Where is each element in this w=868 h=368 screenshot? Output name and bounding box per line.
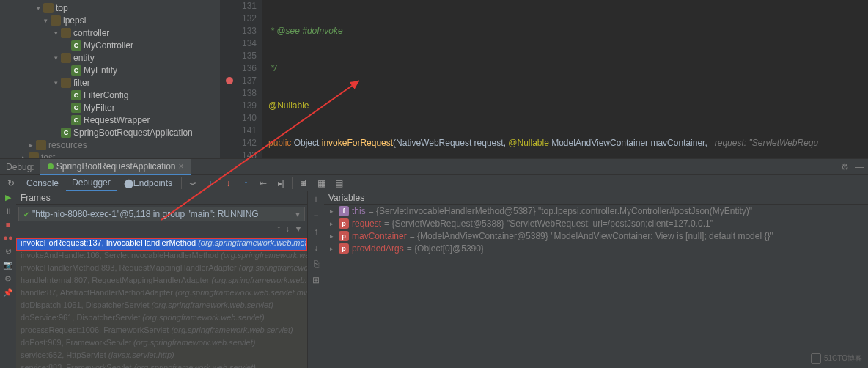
line-number[interactable]: 131 <box>220 0 257 12</box>
chevron-icon: ▸ <box>330 232 336 240</box>
panel-settings[interactable]: ⚙— <box>841 162 864 172</box>
file-icon <box>43 3 54 13</box>
variable-row[interactable]: ▸prequest= {ServletWebRequest@5388} "Ser… <box>324 217 868 229</box>
file-icon: C <box>61 128 71 138</box>
tree-item[interactable]: ▾controller <box>0 26 220 39</box>
stack-frame[interactable]: doPost:909, FrameworkServlet (org.spring… <box>16 338 307 350</box>
step-over-button[interactable]: ⤻ <box>185 176 201 191</box>
view-breakpoints-button[interactable]: ●● <box>3 233 12 242</box>
filter-frames-button[interactable]: ▼ <box>294 224 303 238</box>
stack-frame[interactable]: invokeAndHandle:106, ServletInvocableHan… <box>16 251 307 263</box>
stop-button[interactable]: ■ <box>6 220 11 229</box>
code-area[interactable]: * @see #doInvoke */ @Nullable public Obj… <box>262 0 868 158</box>
console-tab[interactable]: Console <box>21 175 65 191</box>
pin-button[interactable]: 📌 <box>3 288 13 298</box>
pause-button[interactable]: ⏸ <box>4 207 12 216</box>
line-number[interactable]: 143 <box>220 150 257 162</box>
drop-frame-button[interactable]: ⇤ <box>255 176 271 191</box>
var-value: = {ModelAndViewContainer@5389} "ModelAnd… <box>410 231 773 241</box>
tree-label: filter <box>73 78 90 88</box>
running-icon <box>48 163 54 169</box>
tree-item[interactable]: ▸test <box>0 151 220 158</box>
tree-label: test <box>41 152 55 159</box>
tree-label: controller <box>73 28 109 38</box>
editor[interactable]: 131132133134135136137138139140141142143 … <box>220 0 868 158</box>
file-icon <box>29 152 39 159</box>
add-watch-button[interactable]: + <box>313 194 318 205</box>
resume-button[interactable]: ▶ <box>5 193 11 202</box>
copy-button[interactable]: ⎘ <box>314 259 319 269</box>
line-number[interactable]: 141 <box>220 125 257 137</box>
tree-item[interactable]: ▾lpepsi <box>0 14 220 26</box>
tree-label: lpepsi <box>63 15 86 26</box>
chevron-icon: ▾ <box>43 17 48 24</box>
project-tree[interactable]: ▾top▾lpepsi▾controllerCMyController▾enti… <box>0 0 220 158</box>
close-icon[interactable]: × <box>178 161 183 172</box>
prev-frame-button[interactable]: ↑ <box>276 224 281 238</box>
stack-frame[interactable]: service:883, FrameworkServlet (org.sprin… <box>16 363 307 368</box>
evaluate-button[interactable]: 🖩 <box>295 176 312 191</box>
variable-row[interactable]: ▸fthis= {ServletInvocableHandlerMethod@5… <box>324 205 868 217</box>
run-config-tab[interactable]: SpringBootRequestApplication× <box>40 159 191 175</box>
tree-item[interactable]: CMyFilter <box>0 101 220 114</box>
endpoints-tab[interactable]: ⬤ Endpoints <box>118 175 178 191</box>
line-number[interactable]: 140 <box>220 112 257 125</box>
trace-button[interactable]: ▦ <box>313 176 329 191</box>
chevron-icon: ▸ <box>330 245 336 252</box>
line-number[interactable]: 136 <box>220 62 257 75</box>
var-value: = {ServletInvocableHandlerMethod@5387} "… <box>369 206 752 216</box>
tree-item[interactable]: ▸resources <box>0 139 220 151</box>
force-step-into-button[interactable]: ↓ <box>220 176 236 191</box>
down-button[interactable]: ↓ <box>314 243 318 253</box>
gutter: 131132133134135136137138139140141142143 <box>220 0 262 158</box>
line-number[interactable]: 132 <box>220 12 257 25</box>
line-number[interactable]: 139 <box>220 100 257 112</box>
step-out-button[interactable]: ↑ <box>238 176 254 191</box>
line-number[interactable]: 142 <box>220 137 257 150</box>
file-icon: C <box>71 103 81 113</box>
settings-button[interactable]: ⚙ <box>4 274 12 284</box>
thread-dump-button[interactable]: 📷 <box>3 260 13 270</box>
line-number[interactable]: 135 <box>220 50 257 62</box>
line-number[interactable]: 134 <box>220 37 257 50</box>
tree-item[interactable]: ▾filter <box>0 76 220 89</box>
stack-frame[interactable]: service:652, HttpServlet (javax.servlet.… <box>16 350 307 363</box>
stack-frame[interactable]: invokeHandlerMethod:893, RequestMappingH… <box>16 263 307 276</box>
gear-icon[interactable]: ⚙ <box>841 162 849 172</box>
up-button[interactable]: ↑ <box>314 227 318 237</box>
stack-frame[interactable]: doDispatch:1061, DispatcherServlet (org.… <box>16 301 307 313</box>
step-into-button[interactable]: ↓ <box>202 176 218 191</box>
more-button[interactable]: ▤ <box>331 176 347 191</box>
line-number[interactable]: 133 <box>220 25 257 37</box>
thread-selector[interactable]: "http-nio-8080-exec-1"@5,118 in group "m… <box>18 207 305 221</box>
tree-item[interactable]: CRequestWrapper <box>0 114 220 126</box>
stack-frame[interactable]: handle:87, AbstractHandlerMethodAdapter … <box>16 288 307 301</box>
tree-item[interactable]: CSpringBootRequestApplication <box>0 126 220 139</box>
tree-item[interactable]: CMyEntity <box>0 64 220 76</box>
debug-body: ▶ ⏸ ■ ●● ⊘ 📷 ⚙ 📌 Frames "http-nio-8080-e… <box>0 191 868 368</box>
run-to-cursor-button[interactable]: ▸| <box>273 176 289 191</box>
chevron-icon: ▸ <box>21 154 26 159</box>
tree-item[interactable]: ▾entity <box>0 51 220 64</box>
frame-list[interactable]: invokeForRequest:137, InvocableHandlerMe… <box>16 238 307 368</box>
tree-item[interactable]: ▾top <box>0 1 220 14</box>
watermark: 51CTO博客 <box>811 353 862 364</box>
stack-frame[interactable]: invokeForRequest:137, InvocableHandlerMe… <box>16 238 307 251</box>
minimize-icon[interactable]: — <box>855 162 864 172</box>
next-frame-button[interactable]: ↓ <box>285 224 290 238</box>
mute-breakpoints-button[interactable]: ⊘ <box>5 246 12 256</box>
line-number[interactable]: 138 <box>220 87 257 100</box>
variable-row[interactable]: ▸pmavContainer= {ModelAndViewContainer@5… <box>324 229 868 242</box>
variable-row[interactable]: ▸pprovidedArgs= {Object[0]@5390} <box>324 242 868 254</box>
debugger-tab[interactable]: Debugger <box>66 175 117 191</box>
rerun-button[interactable]: ↻ <box>3 176 19 191</box>
tree-item[interactable]: CFilterConfig <box>0 89 220 101</box>
stack-frame[interactable]: handleInternal:807, RequestMappingHandle… <box>16 276 307 288</box>
stack-frame[interactable]: doService:961, DispatcherServlet (org.sp… <box>16 313 307 325</box>
show-watches-button[interactable]: ⊞ <box>312 275 320 285</box>
debug-side-toolbar: ▶ ⏸ ■ ●● ⊘ 📷 ⚙ 📌 <box>0 191 16 368</box>
remove-watch-button[interactable]: − <box>313 210 318 221</box>
breakpoint-icon[interactable] <box>226 77 233 84</box>
tree-item[interactable]: CMyController <box>0 39 220 51</box>
stack-frame[interactable]: processRequest:1006, FrameworkServlet (o… <box>16 325 307 338</box>
